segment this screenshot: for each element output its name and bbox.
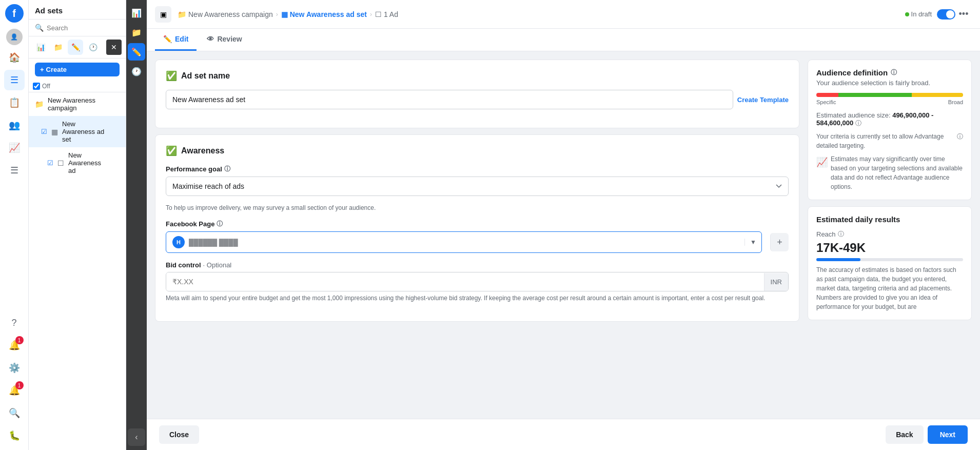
fb-avatar: H <box>172 236 185 248</box>
nav-icon-reports[interactable]: 📈 <box>4 138 25 158</box>
nav-icon-help[interactable]: ? <box>4 312 25 333</box>
main-content: ▣ 📁 New Awareness campaign › ▦ New Aware… <box>147 0 980 450</box>
audience-def-info-icon[interactable]: ⓘ <box>891 68 897 77</box>
tab-bar: ✏️ Edit 👁 Review <box>147 29 980 51</box>
campaign-icon: 📁 <box>35 100 44 108</box>
audience-definition-subtitle: Your audience selection is fairly broad. <box>816 79 963 87</box>
bid-control-row: Bid control · Optional INR Meta will aim… <box>166 261 789 303</box>
toolbar-chart-btn[interactable]: 📊 <box>33 40 48 55</box>
edit-tab-label: Edit <box>175 35 188 43</box>
filter-checkbox[interactable] <box>33 83 40 90</box>
reach-value: 17K-49K <box>816 241 963 255</box>
search-icon: 🔍 <box>35 24 44 32</box>
edit-tab-icon: ✏️ <box>163 35 172 43</box>
tree-item-campaign[interactable]: 📁 New Awareness campaign ••• <box>29 92 126 116</box>
estimates-chart-icon: 📈 <box>816 155 828 169</box>
tool-folder-btn[interactable]: 📁 <box>128 24 145 41</box>
tool-collapse-btn[interactable]: ‹ <box>128 428 145 446</box>
breadcrumb-ad[interactable]: ☐ 1 Ad <box>375 10 398 18</box>
meter-broad-label: Broad <box>948 99 963 105</box>
estimates-row: 📈 Estimates may vary significantly over … <box>816 154 963 191</box>
toolbar-edit-btn[interactable]: ✏️ <box>68 40 83 55</box>
form-panel: ✅ Ad set name Create Template ✅ Awarenes… <box>155 60 799 410</box>
nav-icon-settings[interactable]: ⚙️ <box>4 358 25 378</box>
awareness-check-icon: ✅ <box>166 145 177 156</box>
draft-badge: In draft <box>900 8 937 20</box>
nav-icon-tools[interactable]: ☰ <box>4 160 25 181</box>
search-input[interactable] <box>47 24 120 32</box>
bid-helper-text: Meta will aim to spend your entire budge… <box>166 294 789 303</box>
reach-bar <box>816 258 963 261</box>
nav-icon-notifications[interactable]: 🔔 1 <box>4 335 25 356</box>
sidebar-icons-panel: f 👤 🏠 ☰ 📋 👥 📈 ☰ ? 🔔 1 ⚙️ 🔔 1 🔍 🐛 <box>0 0 29 450</box>
nav-icon-search[interactable]: 🔍 <box>4 403 25 423</box>
tool-chart-btn[interactable]: 📊 <box>128 4 145 22</box>
performance-goal-select[interactable]: Maximise reach of ads <box>166 177 789 196</box>
notification-badge: 1 <box>15 336 24 344</box>
draft-toggle[interactable] <box>937 9 955 19</box>
bid-control-label: Bid control · Optional <box>166 261 789 269</box>
daily-helper-text: The accuracy of estimates is based on fa… <box>816 265 963 311</box>
tab-edit[interactable]: ✏️ Edit <box>155 29 197 51</box>
page-add-btn[interactable]: + <box>770 233 789 251</box>
toolbar-history-btn[interactable]: 🕐 <box>85 40 101 55</box>
adset-name-input-row: Create Template <box>166 90 789 109</box>
performance-goal-label: Performance goal ⓘ <box>166 165 789 173</box>
create-template-btn[interactable]: Create Template <box>737 96 789 104</box>
audience-meter-bar <box>816 93 963 97</box>
tool-panel: 📊 📁 ✏️ 🕐 ‹ <box>126 0 147 450</box>
more-actions-btn[interactable]: ••• <box>955 6 972 23</box>
tab-review[interactable]: 👁 Review <box>199 29 250 51</box>
adset-name-input[interactable] <box>166 90 733 109</box>
back-button[interactable]: Back <box>886 425 923 444</box>
adset-icon: ▦ <box>51 128 58 136</box>
tree-item-ad[interactable]: ☑ ☐ New Awareness ad ••• <box>29 147 126 179</box>
breadcrumb-adset[interactable]: ▦ New Awareness ad set <box>281 10 367 18</box>
avatar[interactable]: 👤 <box>6 29 23 45</box>
bid-input[interactable] <box>166 272 764 291</box>
facebook-page-info-icon[interactable]: ⓘ <box>217 220 223 228</box>
adsets-search-bar: 🔍 <box>29 19 126 36</box>
performance-goal-info-icon[interactable]: ⓘ <box>224 165 230 173</box>
breadcrumb-sep-1: › <box>276 11 278 18</box>
page-dropdown-arrow-icon[interactable]: ▼ <box>744 239 761 246</box>
adsets-title: Ad sets <box>29 0 126 19</box>
adset-name-check-icon: ✅ <box>166 70 177 82</box>
tree-item-adset[interactable]: ☑ ▦ New Awareness ad set ••• <box>29 116 126 147</box>
audience-definition-title: Audience definition ⓘ <box>816 68 963 77</box>
nav-icon-campaigns[interactable]: ☰ <box>4 70 25 90</box>
reach-info-icon[interactable]: ⓘ <box>838 230 844 239</box>
content-area: ✅ Ad set name Create Template ✅ Awarenes… <box>147 51 980 419</box>
nav-icon-pages[interactable]: 📋 <box>4 92 25 113</box>
filter-label: Off <box>42 83 50 90</box>
page-name: ██████ ████ <box>189 239 738 246</box>
toolbar-folder-btn[interactable]: 📁 <box>50 40 66 55</box>
nav-icon-debug[interactable]: 🐛 <box>4 425 25 446</box>
next-button[interactable]: Next <box>928 425 968 444</box>
breadcrumb-campaign[interactable]: 📁 New Awareness campaign <box>178 10 273 18</box>
nav-icon-home[interactable]: 🏠 <box>4 47 25 68</box>
audience-size: Estimated audience size: 496,900,000 - 5… <box>816 111 963 128</box>
adset-name-card: ✅ Ad set name Create Template <box>155 60 799 128</box>
ad-check-icon: ☑ <box>47 159 53 167</box>
toolbar-close-btn[interactable]: ✕ <box>106 40 122 55</box>
breadcrumb-sep-2: › <box>370 11 372 18</box>
create-button[interactable]: + Create <box>35 63 120 76</box>
audience-definition-card: Audience definition ⓘ Your audience sele… <box>808 60 972 200</box>
facebook-page-select[interactable]: H ██████ ████ ▼ <box>166 231 762 253</box>
nav-icon-audiences[interactable]: 👥 <box>4 115 25 135</box>
review-tab-label: Review <box>217 35 242 43</box>
page-select-main: H ██████ ████ <box>166 232 744 252</box>
adsets-panel: Ad sets 🔍 📊 📁 ✏️ 🕐 ✕ + Create Off 📁 New … <box>29 0 126 450</box>
tool-history-btn[interactable]: 🕐 <box>128 63 145 80</box>
facebook-page-row: Facebook Page ⓘ H ██████ ████ ▼ + <box>166 220 789 253</box>
nav-toggle-btn[interactable]: ▣ <box>155 6 171 23</box>
nav-icon-alerts[interactable]: 🔔 1 <box>4 380 25 401</box>
alert-badge: 1 <box>15 381 24 389</box>
review-tab-icon: 👁 <box>207 35 214 43</box>
tool-edit-btn[interactable]: ✏️ <box>128 43 145 61</box>
advantage-info-icon[interactable]: ⓘ <box>957 132 963 141</box>
campaign-label: New Awareness campaign <box>48 96 107 112</box>
audience-size-info-icon[interactable]: ⓘ <box>855 120 861 127</box>
close-button[interactable]: Close <box>159 425 199 444</box>
